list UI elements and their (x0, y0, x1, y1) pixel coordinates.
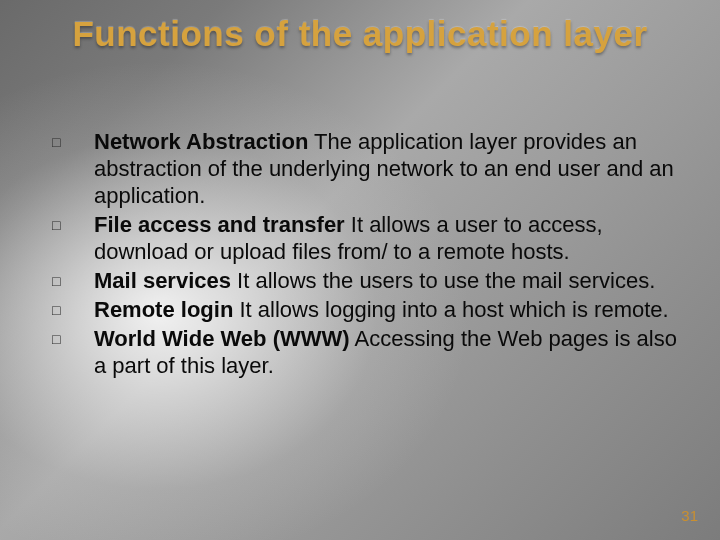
list-item: □ World Wide Web (WWW) Accessing the Web… (52, 325, 680, 379)
content-area: □ Network Abstraction The application la… (52, 128, 680, 381)
bullet-icon: □ (52, 325, 94, 348)
bullet-icon: □ (52, 128, 94, 151)
list-item: □ File access and transfer It allows a u… (52, 211, 680, 265)
bullet-icon: □ (52, 211, 94, 234)
list-item-text: Network Abstraction The application laye… (94, 128, 680, 209)
list-item-term: World Wide Web (WWW) (94, 326, 350, 351)
list-item-desc: It allows logging into a host which is r… (233, 297, 668, 322)
list-item-term: File access and transfer (94, 212, 345, 237)
list-item: □ Network Abstraction The application la… (52, 128, 680, 209)
list-item-term: Mail services (94, 268, 231, 293)
slide: Functions of the application layer □ Net… (0, 0, 720, 540)
list-item: □ Remote login It allows logging into a … (52, 296, 680, 323)
bullet-icon: □ (52, 267, 94, 290)
list-item-desc: It allows the users to use the mail serv… (231, 268, 655, 293)
page-number: 31 (681, 507, 698, 524)
list-item-term: Remote login (94, 297, 233, 322)
bullet-icon: □ (52, 296, 94, 319)
list-item: □ Mail services It allows the users to u… (52, 267, 680, 294)
list-item-text: File access and transfer It allows a use… (94, 211, 680, 265)
list-item-term: Network Abstraction (94, 129, 308, 154)
list-item-text: World Wide Web (WWW) Accessing the Web p… (94, 325, 680, 379)
list-item-text: Remote login It allows logging into a ho… (94, 296, 680, 323)
list-item-text: Mail services It allows the users to use… (94, 267, 680, 294)
slide-title: Functions of the application layer (0, 14, 720, 54)
